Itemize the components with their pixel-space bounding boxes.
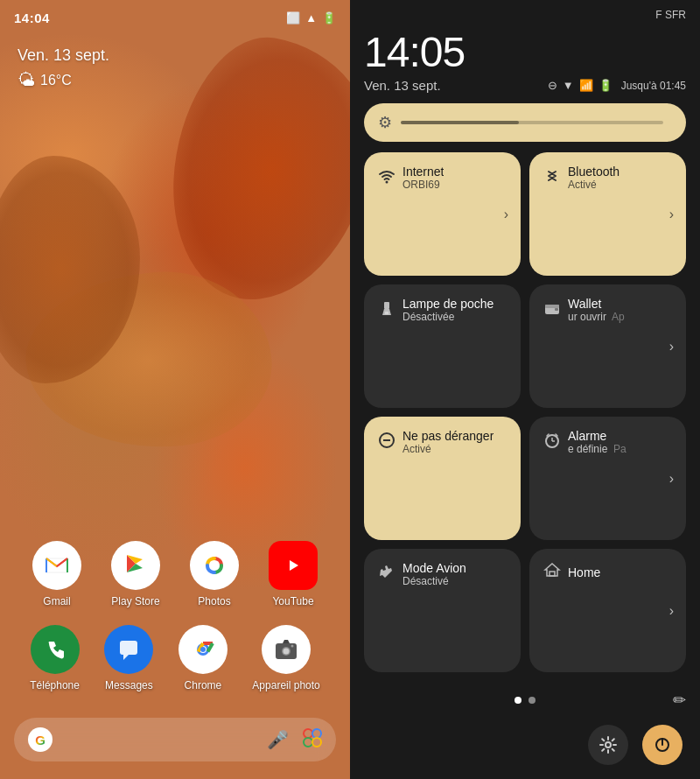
google-g-letter: G bbox=[35, 733, 46, 747]
microphone-icon[interactable]: 🎤 bbox=[267, 729, 289, 750]
svg-point-9 bbox=[291, 645, 294, 648]
power-button[interactable] bbox=[642, 725, 682, 765]
svg-rect-20 bbox=[545, 305, 559, 308]
svg-rect-1 bbox=[120, 641, 137, 655]
tile-airplane-name: Mode Avion bbox=[402, 561, 466, 575]
home-date: Ven. 13 sept. bbox=[18, 46, 332, 65]
settings-button[interactable] bbox=[588, 725, 628, 765]
app-row-2: Téléphone Messages bbox=[18, 625, 332, 691]
home-apps: Gmail Play Store bbox=[0, 541, 350, 709]
tile-dnd-name: Ne pas déranger bbox=[402, 429, 494, 443]
messages-label: Messages bbox=[105, 679, 153, 691]
wifi-icon bbox=[378, 167, 396, 189]
tile-home-header: Home bbox=[543, 561, 672, 583]
tile-flashlight-name: Lampe de poche bbox=[402, 297, 494, 311]
phone-svg bbox=[43, 637, 67, 662]
home-weather: 🌤 16°C bbox=[18, 70, 332, 90]
svg-point-8 bbox=[284, 649, 290, 655]
home-status-bar: 14:04 ⬜ ▲ 🔋 bbox=[0, 0, 350, 29]
dnd-icon bbox=[378, 432, 396, 453]
tile-airplane-sub: Désactivé bbox=[402, 575, 466, 587]
brightness-row: ⚙ bbox=[350, 103, 700, 152]
tile-internet-text: Internet ORBI69 bbox=[402, 165, 444, 191]
tile-alarm-text: Alarme e définie Pa bbox=[568, 429, 626, 455]
camera-label: Appareil photo bbox=[252, 679, 319, 691]
chrome-label: Chrome bbox=[185, 679, 222, 691]
app-playstore[interactable]: Play Store bbox=[111, 541, 160, 607]
weather-icon: 🌤 bbox=[18, 70, 35, 90]
tile-internet[interactable]: Internet ORBI69 › bbox=[364, 152, 521, 276]
brightness-slider[interactable]: ⚙ bbox=[364, 103, 686, 142]
tile-bluetooth-text: Bluetooth Activé bbox=[568, 165, 620, 191]
tile-dnd[interactable]: Ne pas déranger Activé bbox=[364, 417, 521, 540]
google-g-logo: G bbox=[28, 727, 52, 752]
alarm-icon bbox=[543, 432, 561, 453]
qs-tiles-grid: Internet ORBI69 › Bluetooth Activé bbox=[350, 152, 700, 672]
tile-home-name: Home bbox=[568, 565, 600, 579]
qs-date-icons: ⊖ ▼ 📶 🔋 Jusqu'à 01:45 bbox=[548, 79, 686, 92]
home-clock: 14:04 bbox=[14, 11, 50, 25]
home-screen: 14:04 ⬜ ▲ 🔋 Ven. 13 sept. 🌤 16°C bbox=[0, 0, 350, 779]
signal-status-icon: 📶 bbox=[579, 79, 593, 92]
bluetooth-arrow: › bbox=[669, 207, 674, 222]
app-messages[interactable]: Messages bbox=[104, 625, 153, 691]
phone-icon-img bbox=[31, 625, 80, 674]
brightness-icon: ⚙ bbox=[378, 113, 392, 132]
google-lens-svg bbox=[303, 728, 322, 747]
tile-airplane[interactable]: Mode Avion Désactivé bbox=[364, 549, 521, 672]
tile-dnd-sub: Activé bbox=[402, 443, 494, 455]
page-dot-2 bbox=[528, 697, 536, 704]
lens-icon[interactable] bbox=[303, 728, 322, 752]
tile-alarm-name: Alarme bbox=[568, 429, 626, 443]
home-tile-arrow: › bbox=[669, 603, 674, 619]
app-row-1: Gmail Play Store bbox=[18, 541, 332, 607]
bluetooth-icon bbox=[543, 167, 561, 189]
tile-flashlight-text: Lampe de poche Désactivée bbox=[402, 297, 494, 323]
app-photos[interactable]: Photos bbox=[190, 541, 239, 607]
battery-status-icon: 🔋 bbox=[598, 79, 612, 92]
svg-point-30 bbox=[606, 742, 611, 747]
brightness-track bbox=[401, 121, 663, 124]
svg-point-14 bbox=[386, 180, 388, 183]
screen-icon: ⬜ bbox=[286, 11, 300, 25]
tile-bluetooth-sub: Activé bbox=[568, 179, 620, 191]
qs-carrier: F SFR bbox=[655, 9, 686, 21]
home-date-weather: Ven. 13 sept. 🌤 16°C bbox=[0, 29, 350, 90]
chrome-icon-img bbox=[178, 625, 228, 674]
svg-rect-16 bbox=[384, 302, 389, 309]
tile-airplane-header: Mode Avion Désactivé bbox=[378, 561, 507, 587]
tile-flashlight-sub: Désactivée bbox=[402, 311, 494, 323]
playstore-label: Play Store bbox=[111, 595, 159, 607]
home-icon bbox=[543, 561, 561, 583]
tile-home-text: Home bbox=[568, 565, 600, 579]
app-phone[interactable]: Téléphone bbox=[30, 625, 80, 691]
app-camera[interactable]: Appareil photo bbox=[252, 625, 319, 691]
tile-airplane-text: Mode Avion Désactivé bbox=[402, 561, 466, 587]
internet-arrow: › bbox=[504, 207, 508, 222]
settings-icon bbox=[598, 735, 618, 754]
home-status-icons: ⬜ ▲ 🔋 bbox=[286, 11, 336, 25]
tile-alarm[interactable]: Alarme e définie Pa › bbox=[529, 417, 686, 540]
svg-point-10 bbox=[304, 729, 312, 738]
youtube-label: YouTube bbox=[272, 595, 313, 607]
tile-flashlight[interactable]: Lampe de poche Désactivée bbox=[364, 284, 521, 408]
svg-point-11 bbox=[312, 729, 321, 738]
edit-icon[interactable]: ✏ bbox=[673, 691, 686, 710]
tile-dnd-text: Ne pas déranger Activé bbox=[402, 429, 494, 455]
tile-bluetooth[interactable]: Bluetooth Activé › bbox=[529, 152, 686, 276]
app-gmail[interactable]: Gmail bbox=[32, 541, 81, 607]
quick-settings-panel: F SFR 14:05 Ven. 13 sept. ⊖ ▼ 📶 🔋 Jusqu'… bbox=[350, 0, 700, 779]
tile-wallet-sub: ur ouvrir Ap bbox=[568, 311, 625, 323]
photos-icon-img bbox=[190, 541, 239, 590]
tile-wallet[interactable]: Wallet ur ouvrir Ap › bbox=[529, 284, 686, 408]
qs-status-bar: F SFR bbox=[350, 0, 700, 25]
svg-point-13 bbox=[312, 738, 321, 747]
airplane-icon bbox=[378, 564, 396, 586]
youtube-svg bbox=[279, 551, 307, 579]
wifi-status-icon: ▼ bbox=[563, 79, 574, 92]
gmail-label: Gmail bbox=[43, 595, 70, 607]
app-chrome[interactable]: Chrome bbox=[178, 625, 228, 691]
app-youtube[interactable]: YouTube bbox=[269, 541, 318, 607]
tile-home[interactable]: Home › bbox=[529, 549, 686, 672]
search-bar[interactable]: G 🎤 bbox=[14, 718, 336, 761]
